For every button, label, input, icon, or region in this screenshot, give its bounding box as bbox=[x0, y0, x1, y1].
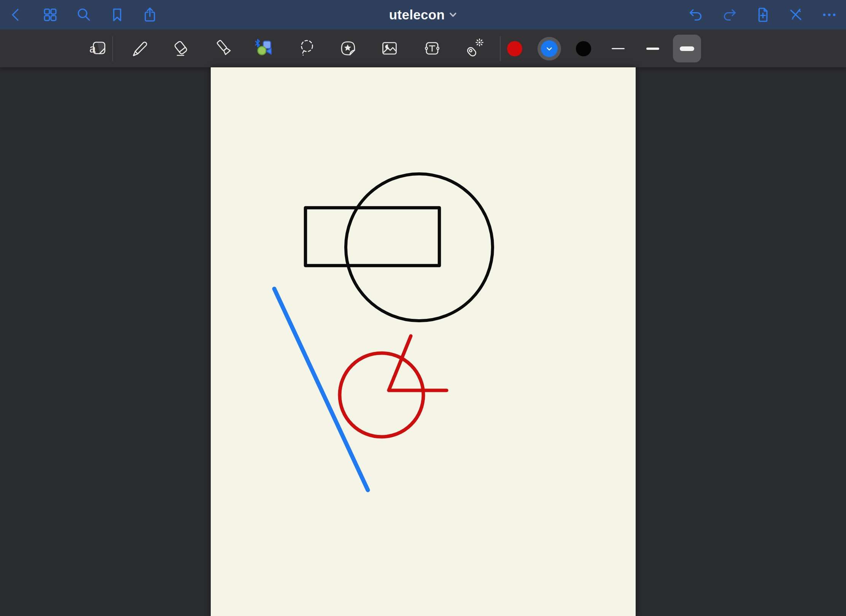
toolbar-divider bbox=[500, 36, 501, 61]
elements-tool[interactable] bbox=[337, 38, 359, 59]
elements-star-icon bbox=[337, 38, 359, 59]
text-tool[interactable] bbox=[421, 38, 443, 59]
document-plus-icon bbox=[754, 6, 771, 23]
swatch-color bbox=[576, 41, 591, 56]
document-title[interactable]: utelecon bbox=[389, 0, 457, 30]
bluetooth-icon bbox=[256, 40, 259, 47]
image-tool[interactable] bbox=[379, 38, 400, 59]
chevron-down-icon bbox=[449, 12, 457, 18]
pencil-x-icon bbox=[787, 6, 804, 23]
black-rectangle bbox=[305, 208, 439, 266]
share-icon bbox=[142, 6, 158, 23]
undo-button[interactable] bbox=[688, 6, 704, 23]
red-angle-lines bbox=[389, 336, 447, 390]
text-icon bbox=[421, 38, 443, 59]
tool-bar: a bbox=[0, 30, 846, 67]
blue-line bbox=[274, 289, 368, 490]
highlighter-icon bbox=[213, 38, 235, 59]
more-button[interactable] bbox=[821, 6, 838, 23]
color-swatch-black[interactable] bbox=[572, 37, 595, 60]
toolbar-divider bbox=[112, 36, 113, 61]
goodnotes-app: utelecon bbox=[0, 0, 846, 616]
svg-text:a: a bbox=[89, 42, 96, 55]
chevron-down-icon bbox=[546, 47, 552, 51]
ellipsis-icon bbox=[821, 6, 838, 23]
add-page-button[interactable] bbox=[754, 6, 771, 23]
undo-icon bbox=[688, 6, 704, 23]
eraser-icon bbox=[171, 38, 192, 59]
exit-editing-button[interactable] bbox=[787, 6, 804, 23]
grid-icon bbox=[42, 6, 59, 23]
bookmark-button[interactable] bbox=[109, 6, 126, 23]
swatch-color bbox=[507, 41, 522, 56]
pen-icon bbox=[129, 38, 150, 59]
stroke-thin-button[interactable] bbox=[604, 35, 632, 62]
redo-button[interactable] bbox=[721, 6, 738, 23]
stroke-medium-preview bbox=[646, 48, 659, 50]
pen-tool[interactable] bbox=[129, 38, 150, 59]
laser-pointer-icon bbox=[463, 38, 484, 59]
stroke-thin-preview bbox=[612, 48, 625, 49]
highlighter-tool[interactable] bbox=[213, 38, 235, 59]
lasso-tool[interactable] bbox=[296, 38, 317, 59]
stroke-thick-button[interactable] bbox=[673, 35, 701, 62]
shapes-tool[interactable] bbox=[254, 38, 275, 59]
stroke-medium-button[interactable] bbox=[639, 35, 667, 62]
color-swatch-blue[interactable] bbox=[537, 37, 561, 60]
redo-icon bbox=[721, 6, 738, 23]
shapes-icon bbox=[254, 38, 275, 59]
red-circle bbox=[340, 353, 423, 437]
bookmark-icon bbox=[109, 6, 126, 23]
eraser-tool[interactable] bbox=[171, 38, 192, 59]
lasso-icon bbox=[296, 38, 317, 59]
back-button[interactable] bbox=[8, 6, 24, 23]
zoom-window-icon: a bbox=[87, 38, 109, 59]
share-button[interactable] bbox=[142, 6, 158, 23]
stroke-thick-preview bbox=[680, 46, 694, 51]
document-page[interactable] bbox=[211, 67, 636, 616]
document-title-label: utelecon bbox=[389, 7, 445, 22]
search-button[interactable] bbox=[75, 6, 92, 23]
pages-overview-button[interactable] bbox=[42, 6, 59, 23]
color-swatch-red[interactable] bbox=[503, 37, 526, 60]
zoom-window-tool[interactable]: a bbox=[87, 38, 107, 59]
black-circle bbox=[346, 174, 493, 321]
navigation-bar: utelecon bbox=[0, 0, 846, 30]
canvas bbox=[0, 67, 846, 616]
search-icon bbox=[75, 6, 92, 23]
page-drawing bbox=[211, 67, 636, 616]
chevron-left-icon bbox=[8, 6, 24, 23]
laser-pointer-tool[interactable] bbox=[463, 38, 484, 59]
image-icon bbox=[379, 38, 400, 59]
